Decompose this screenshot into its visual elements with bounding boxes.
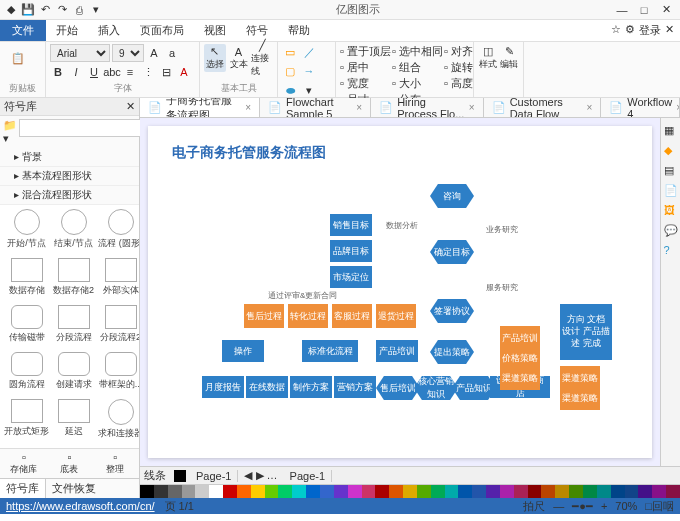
color-swatch-16[interactable] bbox=[362, 485, 376, 498]
color-swatch-6[interactable] bbox=[223, 485, 237, 498]
shape-0[interactable]: 开始/节点 bbox=[4, 209, 49, 254]
shape-arrow[interactable]: → bbox=[301, 63, 317, 79]
node-14[interactable]: 月度报告 bbox=[202, 376, 244, 398]
shape-line[interactable]: ／ bbox=[301, 44, 317, 60]
paste-button[interactable]: 📋 bbox=[4, 44, 32, 72]
arrange-0[interactable]: ▫ 置于顶层 bbox=[340, 44, 391, 59]
color-swatch-37[interactable] bbox=[652, 485, 666, 498]
shape-8[interactable]: 分段流程2 bbox=[98, 305, 139, 348]
qat-undo[interactable]: ↶ bbox=[38, 3, 52, 17]
shape-13[interactable]: 延迟 bbox=[53, 399, 94, 444]
node-7[interactable]: 转化过程 bbox=[288, 304, 328, 328]
node-5[interactable]: 签署协议 bbox=[430, 299, 474, 323]
rpanel-help[interactable]: ? bbox=[664, 244, 678, 258]
node-9[interactable]: 退货过程 bbox=[376, 304, 416, 328]
win-min[interactable]: — bbox=[612, 3, 632, 17]
menu-tab-3[interactable]: 视图 bbox=[194, 21, 236, 39]
arrange-3[interactable]: ▫ 居中 bbox=[340, 60, 391, 75]
color-swatch-33[interactable] bbox=[597, 485, 611, 498]
color-swatch-10[interactable] bbox=[278, 485, 292, 498]
rpanel-layers[interactable]: ▤ bbox=[664, 164, 678, 178]
zoom-slider[interactable]: ━●━ bbox=[572, 500, 593, 513]
node-3[interactable]: 市场定位 bbox=[330, 266, 372, 288]
node-11[interactable]: 标准化流程 bbox=[302, 340, 358, 362]
strike[interactable]: abc bbox=[104, 64, 120, 80]
node-19[interactable]: 核心营销知识 bbox=[414, 376, 458, 400]
rpanel-style[interactable]: ▦ bbox=[664, 124, 678, 138]
shape-1[interactable]: 结束/节点 bbox=[53, 209, 94, 254]
color-swatch-1[interactable] bbox=[154, 485, 168, 498]
color-swatch-18[interactable] bbox=[389, 485, 403, 498]
lib-bottom-0[interactable]: ▫存储库 bbox=[2, 451, 46, 476]
color-swatch-14[interactable] bbox=[334, 485, 348, 498]
shape-5[interactable]: 外部实体 bbox=[98, 258, 139, 301]
page-tab-2[interactable]: Page-1 bbox=[284, 470, 332, 482]
node-6[interactable]: 售后过程 bbox=[244, 304, 284, 328]
view-modes[interactable]: □回咽 bbox=[645, 499, 674, 514]
symbol-search[interactable] bbox=[19, 119, 152, 137]
node-18[interactable]: 售后培训 bbox=[376, 376, 420, 400]
color-swatch-7[interactable] bbox=[237, 485, 251, 498]
color-swatch-28[interactable] bbox=[528, 485, 542, 498]
shape-14[interactable]: 求和连接器 bbox=[98, 399, 139, 444]
bullets[interactable]: ≡ bbox=[122, 64, 138, 80]
font-shrink[interactable]: a bbox=[164, 45, 180, 61]
shape-2[interactable]: 流程 (圆形) bbox=[98, 209, 139, 254]
color-swatch-2[interactable] bbox=[168, 485, 182, 498]
color-swatch-4[interactable] bbox=[195, 485, 209, 498]
bold[interactable]: B bbox=[50, 64, 66, 80]
status-link[interactable]: https://www.edrawsoft.com/cn/ bbox=[6, 500, 155, 512]
category-0[interactable]: ▸ 背景 bbox=[0, 148, 139, 167]
node-15[interactable]: 在线数据 bbox=[246, 376, 288, 398]
font-size[interactable]: 9 bbox=[112, 44, 144, 62]
menu-right-1[interactable]: ⚙ bbox=[625, 23, 635, 38]
menu-tab-5[interactable]: 帮助 bbox=[278, 21, 320, 39]
node-8[interactable]: 客服过程 bbox=[332, 304, 372, 328]
shape-rnd[interactable]: ▢ bbox=[282, 63, 298, 79]
doc-tab-3[interactable]: 📄Customers Data Flow× bbox=[484, 98, 602, 117]
connector-tool[interactable]: ╱连接线 bbox=[251, 44, 273, 72]
font-family[interactable]: Arial bbox=[50, 44, 110, 62]
menu-tab-0[interactable]: 开始 bbox=[46, 21, 88, 39]
arrange-4[interactable]: ▫ 组合 bbox=[392, 60, 443, 75]
lib-bottom-2[interactable]: ▫整理 bbox=[93, 451, 137, 476]
file-menu[interactable]: 文件 bbox=[0, 20, 46, 41]
shape-9[interactable]: 圆角流程 bbox=[4, 352, 49, 395]
menu-tab-1[interactable]: 插入 bbox=[88, 21, 130, 39]
shape-10[interactable]: 创建请求 bbox=[53, 352, 94, 395]
node-27[interactable]: 方向 文档 设计 产品描述 完成 bbox=[560, 304, 612, 360]
lib-dropdown[interactable]: 📁▾ bbox=[3, 119, 17, 145]
color-swatch-24[interactable] bbox=[472, 485, 486, 498]
page-tab-1[interactable]: Page-1 bbox=[190, 470, 238, 482]
color-swatch-23[interactable] bbox=[458, 485, 472, 498]
node-2[interactable]: 品牌目标 bbox=[330, 240, 372, 262]
color-swatch-21[interactable] bbox=[431, 485, 445, 498]
color-swatch-30[interactable] bbox=[555, 485, 569, 498]
arrange-8[interactable]: ▫ 高度 bbox=[444, 76, 473, 91]
color-swatch-31[interactable] bbox=[569, 485, 583, 498]
color-swatch-36[interactable] bbox=[638, 485, 652, 498]
status-ruler[interactable]: 拍尺 bbox=[523, 499, 545, 514]
color-swatch-5[interactable] bbox=[209, 485, 223, 498]
shape-6[interactable]: 传输磁带 bbox=[4, 305, 49, 348]
menu-right-3[interactable]: ✕ bbox=[665, 23, 674, 38]
win-close[interactable]: ✕ bbox=[656, 3, 676, 17]
qat-more[interactable]: ▾ bbox=[89, 3, 103, 17]
zoom-out[interactable]: — bbox=[553, 500, 564, 512]
select-tool[interactable]: ↖选择 bbox=[204, 44, 226, 72]
rpanel-page[interactable]: 📄 bbox=[664, 184, 678, 198]
menu-tab-4[interactable]: 符号 bbox=[236, 21, 278, 39]
left-tab-lib[interactable]: 符号库 bbox=[0, 479, 46, 498]
color-swatch-19[interactable] bbox=[403, 485, 417, 498]
underline[interactable]: U bbox=[86, 64, 102, 80]
zoom-in[interactable]: + bbox=[601, 500, 607, 512]
node-10[interactable]: 操作 bbox=[222, 340, 264, 362]
color-swatch-20[interactable] bbox=[417, 485, 431, 498]
color-swatch-12[interactable] bbox=[306, 485, 320, 498]
qat-print[interactable]: ⎙ bbox=[72, 3, 86, 17]
doc-tab-1[interactable]: 📄Flowchart Sample 5× bbox=[260, 98, 371, 117]
color-swatch-29[interactable] bbox=[541, 485, 555, 498]
list[interactable]: ⋮ bbox=[140, 64, 156, 80]
shape-rect[interactable]: ▭ bbox=[282, 44, 298, 60]
line-color[interactable] bbox=[174, 470, 186, 482]
